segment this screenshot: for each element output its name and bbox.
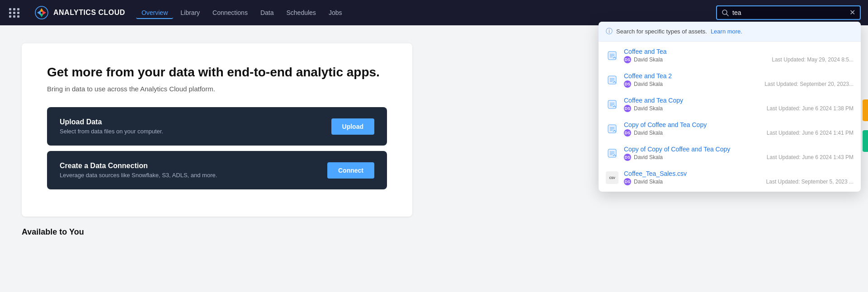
result-title: Coffee and Tea [624,48,854,55]
result-title: Coffee and Tea 2 [624,72,854,80]
nav-data[interactable]: Data [255,6,279,19]
result-meta: DS David Skala Last Updated: June 6 2024… [624,129,854,137]
connect-data-card: Create a Data Connection Leverage data s… [47,151,387,189]
result-avatar: DS [624,154,631,161]
upload-button[interactable]: Upload [331,118,374,135]
result-info: Copy of Copy of Coffee and Tea Copy DS D… [624,146,854,161]
search-container: ✕ ⓘ Search for specific types of assets.… [716,5,861,20]
result-author: David Skala [634,130,663,136]
svg-line-6 [726,14,728,16]
hero-subtitle: Bring in data to use across the Analytic… [47,85,387,93]
search-result-item[interactable]: Coffee and Tea 2 DS David Skala Last Upd… [599,68,861,92]
info-icon: ⓘ [606,27,613,36]
result-info: Coffee and Tea 2 DS David Skala Last Upd… [624,72,854,88]
search-learn-more-link[interactable]: Learn more. [711,28,742,35]
grid-dots-icon [9,8,20,18]
hero-card: Get more from your data with end-to-end … [22,43,412,217]
result-info: Coffee_Tea_Sales.csv DS David Skala Last… [624,170,854,185]
nav-connections[interactable]: Connections [207,6,253,19]
nav-links: Overview Library Connections Data Schedu… [136,6,705,19]
connect-info: Create a Data Connection Leverage data s… [60,162,327,179]
side-tab-orange[interactable] [863,99,868,121]
result-title: Copy of Copy of Coffee and Tea Copy [624,146,854,153]
search-icon [722,9,729,16]
result-dataset-icon [606,122,618,135]
result-dataset-icon [606,49,618,62]
connect-title: Create a Data Connection [60,162,327,170]
result-author: David Skala [634,81,663,87]
search-results-list: Coffee and Tea DS David Skala Last Updat… [599,42,861,192]
search-result-item[interactable]: Copy of Copy of Coffee and Tea Copy DS D… [599,141,861,165]
result-date: Last Updated: September 20, 2023... [764,81,854,87]
search-dropdown: ⓘ Search for specific types of assets. L… [599,22,861,192]
result-dataset-icon [606,74,618,86]
search-result-item[interactable]: CSV Coffee_Tea_Sales.csv DS David Skala … [599,165,861,190]
result-info: Copy of Coffee and Tea Copy DS David Ska… [624,121,854,137]
result-info: Coffee and Tea Copy DS David Skala Last … [624,97,854,112]
main-content: Get more from your data with end-to-end … [0,25,434,255]
result-meta: DS David Skala Last Updated: September 2… [624,80,854,88]
result-date: Last Updated: June 6 2024 1:41 PM [767,130,854,136]
side-tab-green[interactable] [863,130,868,152]
app-name-label: ANALYTICS CLOUD [53,9,125,17]
result-author: David Skala [634,57,663,63]
result-avatar: DS [624,105,631,112]
result-date: Last Updated: June 6 2024 1:38 PM [767,105,854,112]
result-dataset-icon [606,147,618,160]
top-navigation: ANALYTICS CLOUD Overview Library Connect… [0,0,868,25]
result-avatar: DS [624,178,631,185]
search-result-item[interactable]: Copy of Coffee and Tea Copy DS David Ska… [599,117,861,141]
nav-overview[interactable]: Overview [136,6,173,19]
result-author: David Skala [634,105,663,112]
search-clear-button[interactable]: ✕ [849,9,855,16]
available-section-title: Available to You [22,227,412,237]
connect-description: Leverage data sources like Snowflake, S3… [60,172,327,179]
result-info: Coffee and Tea DS David Skala Last Updat… [624,48,854,63]
result-title: Coffee_Tea_Sales.csv [624,170,854,177]
upload-description: Select from data files on your computer. [60,128,331,135]
result-date: Last Updated: September 5, 2023 ... [766,179,854,185]
search-hint-banner: ⓘ Search for specific types of assets. L… [599,22,861,42]
result-date: Last Updated: May 29, 2024 8:5... [772,57,854,63]
result-date: Last Updated: June 6 2024 1:43 PM [767,154,854,160]
nav-library[interactable]: Library [175,6,205,19]
apps-menu-button[interactable] [7,5,22,20]
app-logo: ANALYTICS CLOUD [34,5,125,20]
result-meta: DS David Skala Last Updated: June 6 2024… [624,154,854,161]
nav-schedules[interactable]: Schedules [281,6,321,19]
result-title: Coffee and Tea Copy [624,97,854,104]
search-result-item[interactable]: Coffee and Tea DS David Skala Last Updat… [599,43,861,68]
result-title: Copy of Coffee and Tea Copy [624,121,854,128]
svg-marker-3 [37,10,41,15]
csv-file-icon: CSV [606,171,618,184]
hero-title: Get more from your data with end-to-end … [47,65,387,80]
result-meta: DS David Skala Last Updated: September 5… [624,178,854,185]
result-avatar: DS [624,129,631,137]
result-author: David Skala [634,179,663,185]
upload-data-card: Upload Data Select from data files on yo… [47,107,387,146]
result-meta: DS David Skala Last Updated: June 6 2024… [624,105,854,112]
search-input-wrapper: ✕ [716,5,861,20]
svg-marker-4 [42,10,46,15]
upload-title: Upload Data [60,118,331,126]
connect-button[interactable]: Connect [327,162,374,179]
search-hint-text: Search for specific types of assets. [616,28,707,35]
search-result-item[interactable]: Coffee and Tea Copy DS David Skala Last … [599,92,861,117]
result-meta: DS David Skala Last Updated: May 29, 202… [624,56,854,63]
nav-jobs[interactable]: Jobs [323,6,348,19]
result-author: David Skala [634,154,663,160]
search-input[interactable] [732,9,846,16]
result-avatar: DS [624,80,631,88]
result-avatar: DS [624,56,631,63]
upload-info: Upload Data Select from data files on yo… [60,118,331,135]
analytics-cloud-logo-icon [34,5,49,20]
result-dataset-icon [606,98,618,111]
result-csv-icon: CSV [606,171,618,184]
